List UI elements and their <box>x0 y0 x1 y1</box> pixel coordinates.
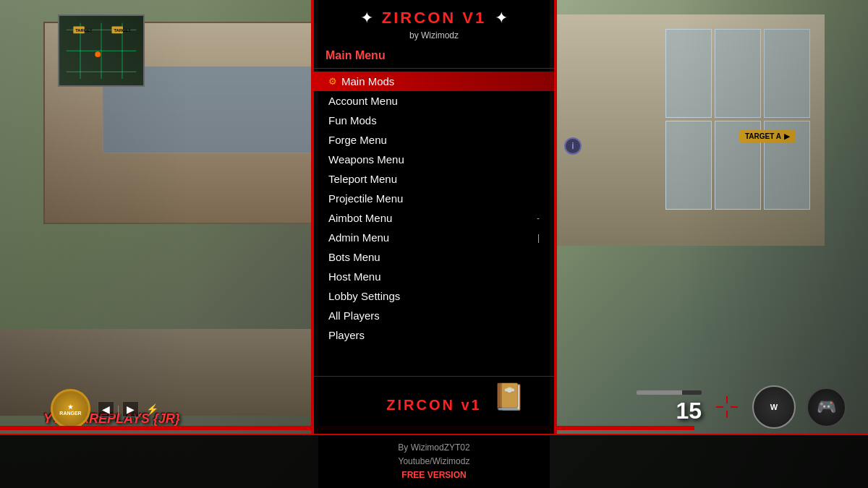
menu-title-row: ✦ ZIRCON V1 ✦ <box>360 9 508 27</box>
controller-widget: 🎮 <box>807 388 846 427</box>
watermark-line1: By WizimodZYT02 <box>398 441 469 455</box>
menu-item-lobby-settings[interactable]: Lobby Settings <box>314 286 554 306</box>
minimap: TARGET TARGET <box>58 14 145 87</box>
ammo-bar-visual <box>637 390 702 395</box>
menu-item-fun-mods[interactable]: Fun Mods <box>314 111 554 130</box>
footer-item-icon: 📔 <box>493 382 525 412</box>
menu-item-forge-menu[interactable]: Forge Menu <box>314 130 554 150</box>
info-icon: i <box>571 141 574 151</box>
watermark-free: FREE VERSION <box>398 468 469 482</box>
menu-item-all-players[interactable]: All Players <box>314 306 554 325</box>
nav-arrow-right[interactable]: ▶ <box>122 401 139 417</box>
ground-left <box>0 329 318 416</box>
rank-star-icon: ★ <box>67 403 74 411</box>
menu-item-label-5: Teleport Menu <box>328 173 397 185</box>
menu-item-label-11: Lobby Settings <box>328 290 400 302</box>
menu-item-players[interactable]: Players <box>314 325 554 345</box>
menu-item-label-12: All Players <box>328 309 380 322</box>
ammo-count: 15 <box>676 398 702 424</box>
watermark-text: By WizimodZYT02 Youtube/Wizimodz FREE VE… <box>398 441 469 483</box>
info-sign: i <box>564 137 582 155</box>
menu-item-suffix-8: | <box>537 233 540 243</box>
menu-item-label-10: Host Menu <box>328 270 381 283</box>
menu-item-main-mods[interactable]: ⚙ Main Mods <box>314 72 554 91</box>
menu-item-label-8: Admin Menu <box>328 231 389 244</box>
rank-badge: ★ RANGER <box>51 389 90 429</box>
menu-item-account-menu[interactable]: Account Menu <box>314 91 554 111</box>
cursor-icon <box>712 393 741 421</box>
target-label-right: TARGET A <box>745 132 781 140</box>
hud-icon-small: ⚡ <box>146 403 158 415</box>
menu-item-label-0: Main Mods <box>341 75 394 87</box>
hud-left-bottom: ★ RANGER ◀ | ▶ ⚡ <box>51 389 158 429</box>
svg-text:TARGET: TARGET <box>114 28 131 33</box>
menu-item-label-3: Forge Menu <box>328 134 387 146</box>
ammo-area: 15 <box>637 390 702 424</box>
glass-panel-2 <box>715 29 761 118</box>
target-badge-right: TARGET A ▶ <box>739 130 796 142</box>
menu-item-admin-menu[interactable]: Admin Menu | <box>314 228 554 247</box>
menu-item-suffix-7: - <box>537 213 540 223</box>
menu-items-list: ⚙ Main Mods Account Menu Fun Mods Forge … <box>314 69 554 376</box>
nav-separator: | <box>117 404 119 414</box>
menu-item-label-9: Bots Menu <box>328 251 380 263</box>
watermark-line2: Youtube/Wizimodz <box>398 455 469 468</box>
menu-item-label-4: Weapons Menu <box>328 153 404 166</box>
arrow-right-icon: ▶ <box>784 132 790 140</box>
compass-widget: W <box>752 385 796 429</box>
cursor-svg <box>712 393 741 421</box>
menu-item-label-7: Aimbot Menu <box>328 212 392 224</box>
hud-bar-bottom: By WizimodZYT02 Youtube/Wizimodz FREE VE… <box>0 434 868 488</box>
nav-arrow-left[interactable]: ◀ <box>98 401 114 417</box>
menu-overlay: ✦ ZIRCON V1 ✦ by Wizimodz Main Menu ⚙ Ma… <box>311 0 557 434</box>
rank-label: RANGER <box>59 411 81 416</box>
menu-item-label-1: Account Menu <box>328 95 398 107</box>
menu-item-host-menu[interactable]: Host Menu <box>314 267 554 286</box>
menu-subtitle: by Wizimodz <box>409 30 459 40</box>
hud-right-bottom: 15 W 🎮 <box>637 385 846 429</box>
menu-item-icon-0: ⚙ <box>328 76 337 87</box>
menu-item-label-13: Players <box>328 329 365 341</box>
svg-point-6 <box>95 51 101 57</box>
menu-left-icon: ✦ <box>360 9 373 27</box>
glass-panels <box>665 29 810 210</box>
glass-panel-3 <box>764 29 810 118</box>
menu-title: ZIRCON V1 <box>382 9 486 27</box>
minimap-content: TARGET TARGET <box>59 16 143 85</box>
menu-section-title: Main Menu <box>326 45 386 62</box>
controller-icon: 🎮 <box>817 398 836 416</box>
menu-item-label-6: Projectile Menu <box>328 192 403 205</box>
svg-text:TARGET: TARGET <box>75 28 93 33</box>
minimap-lines: TARGET TARGET <box>59 16 143 86</box>
glass-panel-1 <box>665 29 712 118</box>
menu-header: ✦ ZIRCON V1 ✦ by Wizimodz Main Menu <box>314 0 554 69</box>
menu-item-projectile-menu[interactable]: Projectile Menu <box>314 189 554 208</box>
menu-item-teleport-menu[interactable]: Teleport Menu <box>314 169 554 189</box>
menu-footer: ZIRCON v1 📔 <box>314 376 554 434</box>
hud-arrows: ◀ | ▶ <box>98 401 139 417</box>
menu-item-aimbot-menu[interactable]: Aimbot Menu - <box>314 208 554 228</box>
glass-panel-4 <box>665 121 712 210</box>
compass-direction: W <box>770 403 778 411</box>
menu-right-icon: ✦ <box>495 9 508 27</box>
menu-footer-title: ZIRCON v1 <box>386 397 481 414</box>
menu-item-weapons-menu[interactable]: Weapons Menu <box>314 150 554 169</box>
menu-item-bots-menu[interactable]: Bots Menu <box>314 247 554 267</box>
menu-item-label-2: Fun Mods <box>328 114 377 127</box>
